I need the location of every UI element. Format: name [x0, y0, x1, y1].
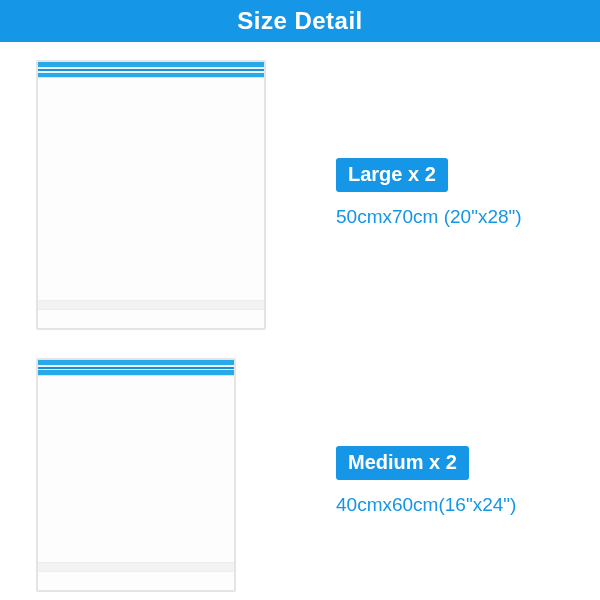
bag-illustration-large — [36, 60, 266, 330]
header-bar: Size Detail — [0, 0, 600, 42]
content-area: Large x 2 50cmx70cm (20"x28") Medium x 2… — [0, 42, 600, 600]
size-badge-large: Large x 2 — [336, 158, 448, 192]
size-info-large: Large x 2 50cmx70cm (20"x28") — [336, 158, 522, 228]
bag-seal-icon — [38, 300, 264, 310]
bag-zipper-icon — [38, 360, 234, 376]
bag-illustration-medium — [36, 358, 236, 592]
size-dimensions-large: 50cmx70cm (20"x28") — [336, 206, 522, 228]
size-dimensions-medium: 40cmx60cm(16"x24") — [336, 494, 516, 516]
bag-zipper-icon — [38, 62, 264, 78]
header-title: Size Detail — [237, 7, 363, 35]
size-badge-medium: Medium x 2 — [336, 446, 469, 480]
bag-seal-icon — [38, 562, 234, 572]
size-info-medium: Medium x 2 40cmx60cm(16"x24") — [336, 446, 516, 516]
